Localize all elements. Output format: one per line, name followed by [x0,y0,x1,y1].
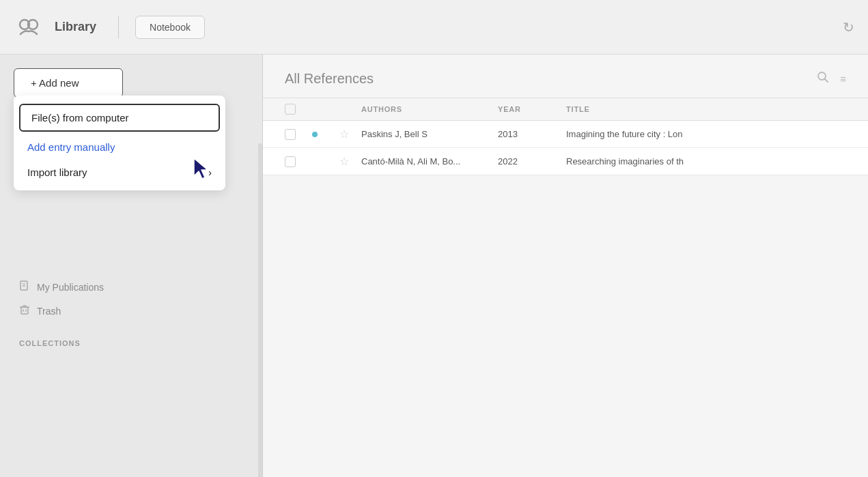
table-header: AUTHORS YEAR TITLE [263,98,868,121]
sidebar-scrollbar[interactable] [258,143,262,477]
import-library-item[interactable]: Import library › [14,160,225,185]
table-row[interactable]: ☆ Paskins J, Bell S 2013 Imagining the f… [263,121,868,148]
app-header: Library Notebook ↻ [0,0,868,55]
add-entry-manually-item[interactable]: Add entry manually [14,134,225,160]
row-author-2: Cantó-Milà N, Ali M, Bo... [361,156,498,167]
year-column-header: YEAR [498,105,566,113]
sort-icon[interactable]: ≡ [840,73,846,85]
sync-icon[interactable]: ↻ [843,19,854,35]
table-row[interactable]: ☆ Cantó-Milà N, Ali M, Bo... 2022 Resear… [263,148,868,175]
authors-column-header: AUTHORS [361,105,498,113]
row-title-1: Imagining the future city : Lon [566,129,846,139]
add-new-button[interactable]: + Add new [14,68,123,98]
search-icon[interactable] [817,71,829,87]
row-dot-1 [312,132,339,137]
import-arrow-icon: › [208,167,212,178]
files-from-computer-item[interactable]: File(s) from computer [19,104,220,132]
collections-label: COLLECTIONS [14,339,249,347]
trash-label: Trash [37,306,61,317]
row-year-2: 2022 [498,156,566,167]
row-year-1: 2013 [498,129,566,139]
select-all-checkbox[interactable] [285,104,296,115]
row-title-2: Researching imaginaries of th [566,156,846,167]
dropdown-menu: File(s) from computer Add entry manually… [14,96,225,190]
row-star-2[interactable]: ☆ [339,155,361,168]
content-area: All References ≡ AUTHORS YEAR TITLE [263,55,868,477]
title-column-header: TITLE [566,105,846,113]
row-author-1: Paskins J, Bell S [361,129,498,139]
sidebar: + Add new File(s) from computer Add entr… [0,55,263,477]
trash-item[interactable]: Trash [14,299,249,323]
content-icons: ≡ [817,71,846,87]
content-header: All References ≡ [263,55,868,98]
publications-icon [19,280,30,293]
my-publications-item[interactable]: My Publications [14,275,249,299]
all-references-title: All References [285,71,374,87]
my-publications-label: My Publications [37,282,104,293]
row-star-1[interactable]: ☆ [339,128,361,141]
row-checkbox-1[interactable] [285,129,312,140]
notebook-button[interactable]: Notebook [135,16,205,39]
header-divider [118,16,119,38]
main-layout: + Add new File(s) from computer Add entr… [0,55,868,477]
svg-rect-6 [21,307,28,314]
row-checkbox-2[interactable] [285,156,312,167]
import-library-label: Import library [27,167,87,178]
sidebar-nav: My Publications Trash [14,275,249,323]
checkbox-header [285,104,312,115]
trash-icon [19,304,30,317]
app-title: Library [55,20,96,34]
app-logo [14,12,44,42]
svg-line-11 [825,79,828,83]
